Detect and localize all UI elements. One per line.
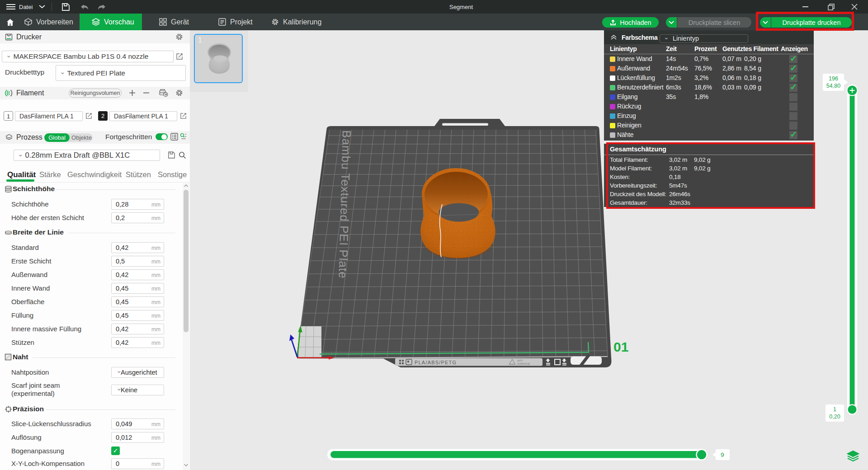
svg-text:HOT: HOT <box>517 359 523 362</box>
svg-text:54,80: 54,80 <box>826 83 840 89</box>
svg-text:196: 196 <box>829 75 838 82</box>
svg-text:SURFACE: SURFACE <box>517 362 530 365</box>
svg-text:PLA/ABS/PETG: PLA/ABS/PETG <box>415 360 457 365</box>
svg-text:9: 9 <box>721 451 724 458</box>
svg-text:1: 1 <box>833 406 836 413</box>
svg-text:01: 01 <box>613 339 628 354</box>
svg-text:0,20: 0,20 <box>829 414 840 420</box>
